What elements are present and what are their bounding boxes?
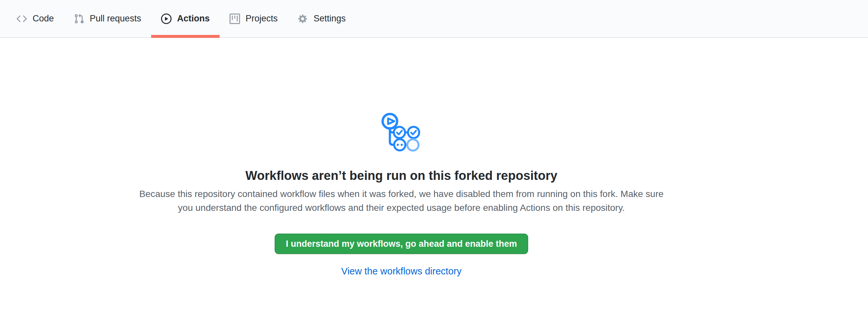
repo-tab-nav: Code Pull requests Actions Projects: [0, 0, 868, 38]
empty-state-heading: Workflows aren’t being run on this forke…: [245, 168, 557, 184]
actions-page: Code Pull requests Actions Projects: [0, 0, 868, 311]
project-icon: [229, 13, 240, 24]
workflow-graph-icon: [381, 111, 422, 152]
view-workflows-directory-link[interactable]: View the workflows directory: [341, 266, 461, 277]
tab-projects[interactable]: Projects: [220, 0, 288, 37]
code-icon: [17, 13, 27, 24]
tab-actions[interactable]: Actions: [151, 0, 220, 37]
tab-code[interactable]: Code: [7, 0, 64, 37]
tab-pull-requests-label: Pull requests: [90, 14, 141, 23]
tab-settings-label: Settings: [313, 14, 346, 23]
enable-workflows-button[interactable]: I understand my workflows, go ahead and …: [275, 234, 528, 254]
gear-icon: [297, 13, 308, 24]
actions-disabled-empty-state: Workflows aren’t being run on this forke…: [0, 38, 803, 277]
tab-pull-requests[interactable]: Pull requests: [64, 0, 151, 37]
empty-state-description: Because this repository contained workfl…: [135, 187, 668, 215]
play-icon: [161, 13, 172, 24]
tab-code-label: Code: [33, 14, 54, 23]
git-pull-request-icon: [74, 13, 84, 24]
tab-actions-label: Actions: [177, 14, 210, 23]
tab-projects-label: Projects: [246, 14, 278, 23]
tab-settings[interactable]: Settings: [287, 0, 355, 37]
